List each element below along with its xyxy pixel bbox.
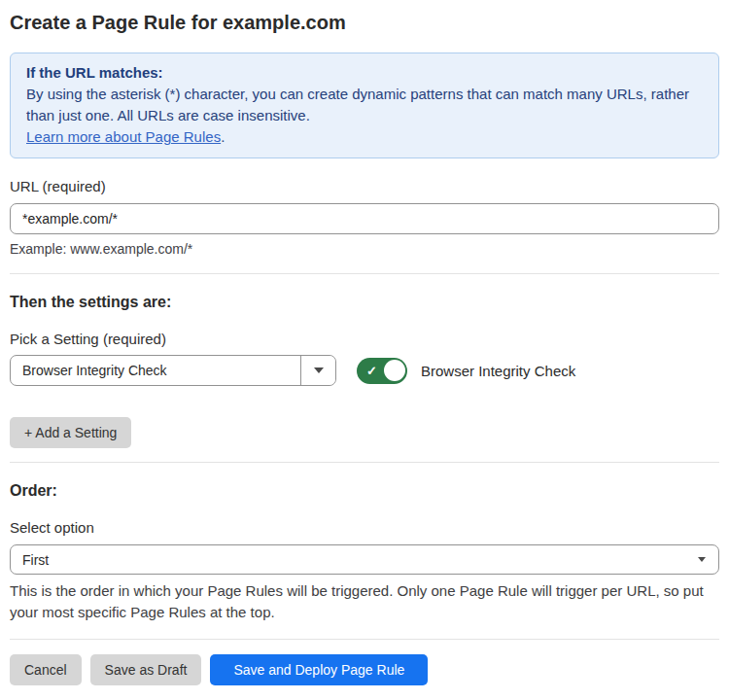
chevron-down-icon xyxy=(314,368,324,373)
toggle-label: Browser Integrity Check xyxy=(421,363,575,379)
chevron-down-icon xyxy=(698,557,706,562)
check-icon: ✓ xyxy=(366,365,377,377)
setting-row: Browser Integrity Check ✓ Browser Integr… xyxy=(10,355,719,386)
order-help-text: This is the order in which your Page Rul… xyxy=(10,580,710,623)
cancel-button[interactable]: Cancel xyxy=(10,654,82,685)
divider xyxy=(10,639,719,640)
url-field-label: URL (required) xyxy=(10,178,719,195)
setting-select-arrow-button[interactable] xyxy=(300,356,335,385)
url-match-info-box: If the URL matches: By using the asteris… xyxy=(10,52,719,158)
settings-section-heading: Then the settings are: xyxy=(10,293,719,311)
learn-more-link[interactable]: Learn more about Page Rules xyxy=(26,128,221,145)
order-select[interactable]: First xyxy=(10,544,719,575)
divider xyxy=(10,273,719,274)
url-example-text: Example: www.example.com/* xyxy=(10,241,719,258)
info-box-link-line: Learn more about Page Rules. xyxy=(26,126,703,148)
add-setting-button[interactable]: + Add a Setting xyxy=(10,417,131,448)
link-suffix: . xyxy=(221,128,225,145)
order-select-value: First xyxy=(22,552,698,568)
setting-select-value: Browser Integrity Check xyxy=(11,356,300,385)
save-as-draft-button[interactable]: Save as Draft xyxy=(90,654,202,685)
divider xyxy=(10,462,719,463)
info-box-heading: If the URL matches: xyxy=(26,62,703,84)
page-rule-form: Create a Page Rule for example.com If th… xyxy=(0,0,729,700)
browser-integrity-toggle[interactable]: ✓ xyxy=(357,358,407,384)
order-section-heading: Order: xyxy=(10,481,719,500)
form-actions: Cancel Save as Draft Save and Deploy Pag… xyxy=(10,654,719,685)
save-and-deploy-button[interactable]: Save and Deploy Page Rule xyxy=(210,654,428,685)
page-title: Create a Page Rule for example.com xyxy=(10,0,719,34)
url-input[interactable] xyxy=(10,203,719,234)
pick-setting-label: Pick a Setting (required) xyxy=(10,331,719,348)
info-box-body: By using the asterisk (*) character, you… xyxy=(26,84,703,126)
order-select-label: Select option xyxy=(10,519,719,537)
toggle-knob xyxy=(384,360,405,381)
setting-select[interactable]: Browser Integrity Check xyxy=(10,355,336,386)
